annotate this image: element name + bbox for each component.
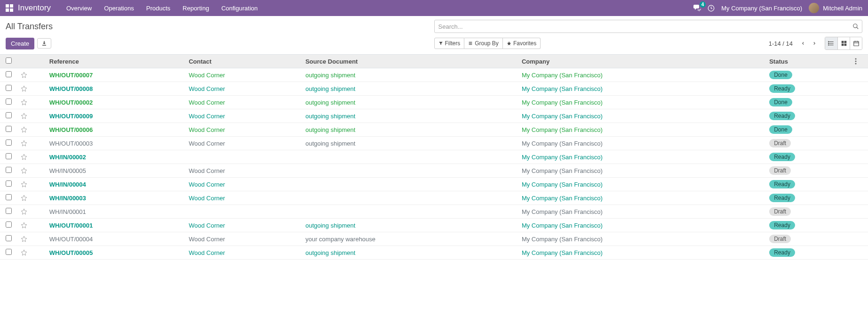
row-checkbox[interactable] (6, 85, 12, 91)
favorites-button[interactable]: Favorites (503, 38, 541, 49)
row-checkbox[interactable] (6, 153, 12, 159)
table-row[interactable]: WH/OUT/00002Wood Corneroutgoing shipment… (0, 96, 868, 109)
app-name[interactable]: Inventory (18, 3, 51, 13)
row-checkbox[interactable] (6, 249, 12, 255)
reference-link[interactable]: WH/OUT/00004 (49, 236, 93, 243)
view-calendar[interactable] (850, 37, 862, 49)
col-source[interactable]: Source Document (302, 55, 518, 68)
col-status[interactable]: Status (765, 55, 851, 68)
reference-link[interactable]: WH/OUT/00001 (49, 222, 93, 229)
reference-link[interactable]: WH/OUT/00009 (49, 113, 93, 120)
search-input[interactable] (434, 20, 863, 33)
nav-products[interactable]: Products (140, 0, 176, 16)
row-checkbox[interactable] (6, 221, 12, 228)
status-badge: Ready (769, 153, 795, 161)
activity-icon[interactable] (708, 5, 715, 12)
table-row[interactable]: WH/IN/00004Wood CornerMy Company (San Fr… (0, 178, 868, 191)
contact-cell: Wood Corner (189, 72, 225, 79)
table-row[interactable]: WH/OUT/00001Wood Corneroutgoing shipment… (0, 219, 868, 232)
table-row[interactable]: WH/OUT/00006Wood Corneroutgoing shipment… (0, 123, 868, 137)
apps-icon[interactable] (6, 4, 13, 12)
source-cell: outgoing shipment (305, 85, 355, 92)
star-toggle[interactable] (21, 140, 41, 147)
star-toggle[interactable] (21, 222, 41, 229)
select-all-checkbox[interactable] (6, 57, 12, 64)
nav-reporting[interactable]: Reporting (176, 0, 215, 16)
star-toggle[interactable] (21, 195, 41, 201)
nav-configuration[interactable]: Configuration (215, 0, 263, 16)
group-by-button[interactable]: Group By (464, 38, 503, 49)
row-checkbox[interactable] (6, 112, 12, 118)
row-checkbox[interactable] (6, 180, 12, 187)
reference-link[interactable]: WH/IN/00002 (49, 154, 86, 161)
create-button[interactable]: Create (6, 38, 34, 49)
search-button[interactable] (849, 20, 862, 33)
table-row[interactable]: WH/IN/00002My Company (San Francisco)Rea… (0, 150, 868, 164)
col-reference[interactable]: Reference (46, 55, 185, 68)
col-contact[interactable]: Contact (185, 55, 302, 68)
svg-rect-18 (841, 44, 844, 46)
table-row[interactable]: WH/IN/00005Wood CornerMy Company (San Fr… (0, 164, 868, 178)
star-toggle[interactable] (21, 154, 41, 160)
reference-link[interactable]: WH/OUT/00005 (49, 249, 93, 256)
table-row[interactable]: WH/OUT/00008Wood Corneroutgoing shipment… (0, 82, 868, 96)
table-row[interactable]: WH/OUT/00004Wood Corneryour company ware… (0, 232, 868, 246)
star-toggle[interactable] (21, 72, 41, 78)
pager-prev[interactable] (797, 38, 809, 49)
row-checkbox[interactable] (6, 167, 12, 173)
view-kanban[interactable] (837, 37, 850, 49)
table-row[interactable]: WH/OUT/00003Wood Corneroutgoing shipment… (0, 137, 868, 150)
company-cell: My Company (San Francisco) (522, 99, 603, 106)
star-toggle[interactable] (21, 208, 41, 215)
star-toggle[interactable] (21, 126, 41, 133)
pager-text[interactable]: 1-14 / 14 (769, 40, 793, 47)
view-list[interactable] (825, 37, 837, 49)
reference-link[interactable]: WH/OUT/00006 (49, 126, 93, 133)
star-toggle[interactable] (21, 113, 41, 119)
row-checkbox[interactable] (6, 235, 12, 241)
reference-link[interactable]: WH/OUT/00007 (49, 72, 93, 79)
company-cell: My Company (San Francisco) (522, 113, 603, 120)
reference-link[interactable]: WH/IN/00001 (49, 208, 86, 215)
row-checkbox[interactable] (6, 208, 12, 214)
discuss-icon[interactable]: 4 (693, 5, 701, 11)
reference-link[interactable]: WH/IN/00004 (49, 181, 86, 188)
user-menu[interactable]: Mitchell Admin (809, 3, 862, 13)
row-checkbox[interactable] (6, 71, 12, 77)
company-selector[interactable]: My Company (San Francisco) (721, 5, 802, 12)
row-checkbox[interactable] (6, 126, 12, 132)
star-toggle[interactable] (21, 85, 41, 92)
source-cell: outgoing shipment (305, 99, 355, 106)
status-badge: Draft (769, 235, 791, 243)
col-company[interactable]: Company (518, 55, 765, 68)
contact-cell: Wood Corner (189, 236, 225, 243)
col-options[interactable] (851, 55, 868, 68)
reference-link[interactable]: WH/IN/00005 (49, 167, 86, 174)
star-toggle[interactable] (21, 236, 41, 242)
reference-link[interactable]: WH/OUT/00002 (49, 99, 93, 106)
nav-overview[interactable]: Overview (60, 0, 98, 16)
table-row[interactable]: WH/OUT/00007Wood Corneroutgoing shipment… (0, 68, 868, 82)
filters-button[interactable]: Filters (434, 38, 465, 49)
star-toggle[interactable] (21, 99, 41, 106)
star-toggle[interactable] (21, 167, 41, 174)
row-checkbox[interactable] (6, 194, 12, 200)
nav-operations[interactable]: Operations (98, 0, 140, 16)
row-checkbox[interactable] (6, 98, 12, 105)
table-row[interactable]: WH/IN/00003Wood CornerMy Company (San Fr… (0, 191, 868, 205)
table-row[interactable]: WH/IN/00001My Company (San Francisco)Dra… (0, 205, 868, 219)
breadcrumb: All Transfers (6, 22, 434, 32)
svg-point-14 (828, 43, 829, 43)
reference-link[interactable]: WH/OUT/00003 (49, 140, 93, 147)
reference-link[interactable]: WH/OUT/00008 (49, 85, 93, 92)
star-toggle[interactable] (21, 249, 41, 256)
reference-link[interactable]: WH/IN/00003 (49, 195, 86, 202)
pager-next[interactable] (809, 38, 820, 49)
download-button[interactable] (37, 38, 51, 49)
star-toggle[interactable] (21, 181, 41, 188)
svg-point-13 (828, 41, 829, 42)
svg-rect-2 (6, 8, 9, 12)
table-row[interactable]: WH/OUT/00005Wood Corneroutgoing shipment… (0, 246, 868, 260)
table-row[interactable]: WH/OUT/00009Wood Corneroutgoing shipment… (0, 109, 868, 123)
row-checkbox[interactable] (6, 139, 12, 146)
